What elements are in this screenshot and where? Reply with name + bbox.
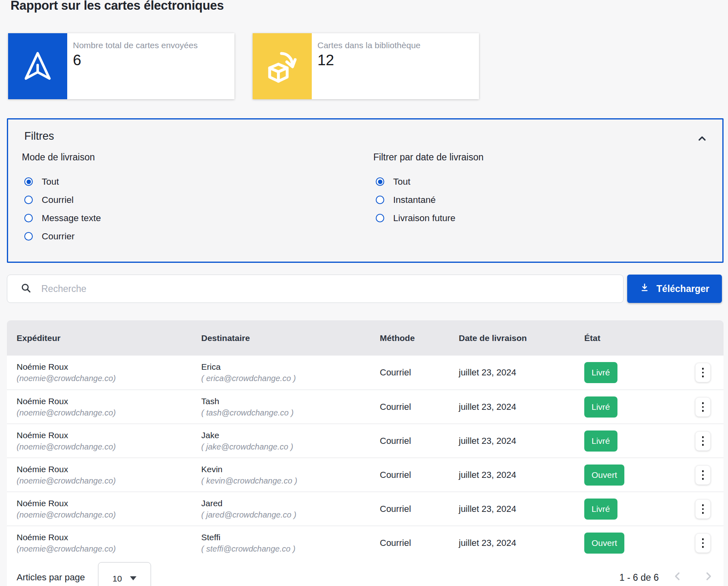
row-actions-button[interactable]	[695, 397, 711, 417]
send-arrow-icon	[8, 33, 67, 99]
radio-option[interactable]: Courrier	[24, 227, 101, 245]
recipient-email: ( tash@crowdchange.co )	[201, 408, 294, 418]
radio-option-label: Livraison future	[393, 213, 456, 224]
recipient-cell: Jake ( jake@crowdchange.co )	[201, 430, 293, 452]
column-header-sender: Expéditeur	[17, 333, 61, 343]
download-button[interactable]: Télécharger	[627, 275, 722, 303]
sender-name: Noémie Roux	[17, 430, 116, 440]
recipient-email: ( steffi@crowdchange.co )	[201, 544, 296, 554]
method-cell: Courriel	[380, 538, 411, 548]
column-header-method: Méthode	[380, 333, 415, 343]
items-per-page-label: Articles par page	[17, 572, 85, 583]
radio-selected-icon	[376, 177, 384, 186]
previous-page-button[interactable]	[670, 569, 686, 585]
recipient-name: Kevin	[201, 465, 297, 474]
filters-title: Filtres	[24, 130, 54, 143]
table-body: Noémie Roux (noemie@crowdchange.co) Eric…	[7, 356, 724, 560]
radio-group-delivery-mode: ToutCourrielMessage texteCourrier	[24, 173, 101, 245]
items-per-page-value: 10	[113, 574, 122, 584]
sender-name: Noémie Roux	[17, 362, 116, 372]
chevron-left-icon	[671, 570, 684, 584]
radio-unselected-icon	[376, 196, 384, 204]
radio-unselected-icon	[24, 232, 33, 241]
status-badge: Livré	[584, 396, 617, 418]
radio-option[interactable]: Courriel	[24, 191, 101, 209]
table-row: Noémie Roux (noemie@crowdchange.co) Tash…	[7, 390, 724, 424]
ecards-table: Expéditeur Destinataire Méthode Date de …	[7, 320, 724, 586]
stat-label: Cartes dans la bibliothèque	[317, 40, 421, 50]
search-box	[7, 275, 624, 303]
radio-option[interactable]: Instantané	[376, 191, 483, 209]
status-badge: Livré	[584, 362, 617, 383]
items-per-page-select[interactable]: 10	[98, 562, 151, 586]
stat-card-library: Cartes dans la bibliothèque 12	[253, 33, 479, 99]
recipient-email: ( jake@crowdchange.co )	[201, 442, 293, 452]
recipient-email: ( erica@crowdchange.co )	[201, 374, 296, 383]
search-icon	[21, 283, 32, 295]
sender-name: Noémie Roux	[17, 396, 116, 406]
pagination-bar: Articles par page 10 1 - 6 de 6	[7, 560, 724, 586]
page-title: Rapport sur les cartes électroniques	[11, 0, 224, 13]
row-actions-button[interactable]	[695, 363, 711, 382]
recipient-email: ( kevin@crowdchange.co )	[201, 476, 297, 486]
recipient-name: Erica	[201, 362, 296, 372]
column-header-recipient: Destinataire	[201, 333, 250, 343]
radio-option[interactable]: Tout	[24, 173, 101, 191]
download-button-label: Télécharger	[656, 283, 709, 294]
delivery-date-cell: juillet 23, 2024	[459, 504, 516, 514]
sender-email: (noemie@crowdchange.co)	[17, 442, 116, 452]
sender-email: (noemie@crowdchange.co)	[17, 476, 116, 486]
sender-email: (noemie@crowdchange.co)	[17, 510, 116, 520]
method-cell: Courriel	[380, 436, 411, 446]
sender-cell: Noémie Roux (noemie@crowdchange.co)	[17, 362, 116, 383]
sender-cell: Noémie Roux (noemie@crowdchange.co)	[17, 499, 116, 520]
recipient-cell: Jared ( jared@crowdchange.co )	[201, 499, 296, 520]
table-row: Noémie Roux (noemie@crowdchange.co) Eric…	[7, 356, 724, 390]
chevron-up-icon	[696, 133, 708, 145]
table-row: Noémie Roux (noemie@crowdchange.co) Stef…	[7, 526, 724, 560]
stat-card-text: Cartes dans la bibliothèque 12	[312, 33, 421, 99]
radio-option[interactable]: Message texte	[24, 209, 101, 227]
ecard-report-page: Rapport sur les cartes électroniques Nom…	[0, 0, 728, 586]
collapse-filters-button[interactable]	[694, 131, 710, 147]
sender-name: Noémie Roux	[17, 499, 116, 508]
row-actions-button[interactable]	[695, 499, 711, 519]
next-page-button[interactable]	[700, 569, 716, 585]
sender-email: (noemie@crowdchange.co)	[17, 544, 116, 554]
radio-option[interactable]: Tout	[376, 173, 483, 191]
stat-value: 12	[317, 52, 421, 69]
recipient-email: ( jared@crowdchange.co )	[201, 510, 296, 520]
radio-unselected-icon	[24, 214, 33, 222]
method-cell: Courriel	[380, 504, 411, 514]
filter-group-label: Mode de livraison	[22, 152, 101, 163]
delivery-date-cell: juillet 23, 2024	[459, 470, 516, 480]
delivery-date-cell: juillet 23, 2024	[459, 367, 516, 378]
radio-option-label: Message texte	[42, 213, 101, 224]
radio-group-delivery-date: ToutInstantanéLivraison future	[376, 173, 483, 227]
delivery-date-cell: juillet 23, 2024	[459, 436, 516, 446]
search-input[interactable]	[41, 275, 623, 303]
row-actions-button[interactable]	[695, 465, 711, 485]
recipient-name: Jake	[201, 430, 293, 440]
radio-option-label: Tout	[393, 177, 411, 187]
row-actions-button[interactable]	[695, 533, 711, 553]
method-cell: Courriel	[380, 470, 411, 480]
recipient-cell: Steffi ( steffi@crowdchange.co )	[201, 533, 296, 554]
status-badge: Ouvert	[584, 533, 624, 554]
radio-option[interactable]: Livraison future	[376, 209, 483, 227]
sender-email: (noemie@crowdchange.co)	[17, 374, 116, 383]
table-row: Noémie Roux (noemie@crowdchange.co) Jake…	[7, 424, 724, 458]
radio-option-label: Courrier	[42, 231, 75, 242]
delivery-date-cell: juillet 23, 2024	[459, 538, 516, 548]
status-badge: Livré	[584, 430, 617, 452]
sender-name: Noémie Roux	[17, 533, 116, 542]
filter-group-label: Filtrer par date de livraison	[373, 152, 483, 163]
box-library-icon	[253, 33, 312, 99]
method-cell: Courriel	[380, 367, 411, 378]
row-actions-button[interactable]	[695, 431, 711, 451]
radio-option-label: Tout	[42, 177, 59, 187]
recipient-cell: Kevin ( kevin@crowdchange.co )	[201, 465, 297, 486]
radio-option-label: Courriel	[42, 195, 74, 205]
pagination-range: 1 - 6 de 6	[619, 572, 659, 583]
method-cell: Courriel	[380, 402, 411, 412]
